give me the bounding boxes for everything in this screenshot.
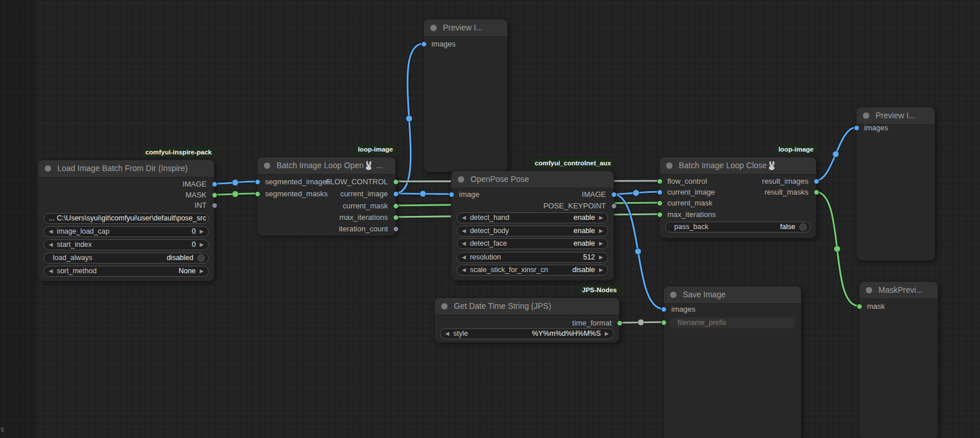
widget-sort_method[interactable]: ◀sort_methodNone▶ xyxy=(44,266,209,277)
output-port-POSE_KEYPOINT[interactable] xyxy=(611,203,617,209)
wire-midpoint-dot-8[interactable] xyxy=(635,249,641,255)
decrement-arrow-icon[interactable]: ◀ xyxy=(462,228,466,234)
decrement-arrow-icon[interactable]: ◀ xyxy=(462,215,466,220)
node-save-image[interactable]: Save Imageimagesfilename_prefix xyxy=(663,286,802,438)
widget-resolution[interactable]: ◀resolution512▶ xyxy=(457,252,608,263)
decrement-arrow-icon[interactable]: ◀ xyxy=(462,241,466,246)
increment-arrow-icon[interactable]: ▶ xyxy=(599,268,603,273)
node-preview-image-top[interactable]: Preview I...images xyxy=(423,19,508,172)
input-port-flow_control[interactable] xyxy=(657,179,663,184)
node-titlebar-preview-image-top[interactable]: Preview I... xyxy=(424,20,507,37)
decrement-arrow-icon[interactable]: ◀ xyxy=(462,255,466,260)
input-port-images[interactable] xyxy=(854,125,860,131)
widget-scale_stick_for_xinsr_cn[interactable]: ◀scale_stick_for_xinsr_cndisable▶ xyxy=(457,265,608,276)
node-mask-preview[interactable]: MaskPrevi...mask xyxy=(859,281,938,438)
wire-midpoint-dot-3[interactable] xyxy=(406,115,413,122)
collapse-dot-icon[interactable] xyxy=(441,303,448,309)
widget-image_load_cap[interactable]: ◀image_load_cap0▶ xyxy=(44,226,209,237)
collapse-dot-icon[interactable] xyxy=(866,287,872,293)
decrement-arrow-icon[interactable]: ◀ xyxy=(49,242,53,247)
widget-value: None xyxy=(178,267,196,275)
output-port-max_iterations[interactable] xyxy=(393,215,399,220)
wire-midpoint-dot-11[interactable] xyxy=(834,246,841,252)
output-label-current_image: current_image xyxy=(340,189,388,198)
output-port-FLOW_CONTROL[interactable] xyxy=(393,179,399,185)
widget-detect_face[interactable]: ◀detect_faceenable▶ xyxy=(457,238,608,249)
collapse-dot-icon[interactable] xyxy=(863,113,869,119)
input-port-segmented_masks[interactable] xyxy=(255,191,260,197)
increment-arrow-icon[interactable]: ▶ xyxy=(200,269,204,274)
output-port-current_mask[interactable] xyxy=(393,203,399,209)
node-openpose-pose[interactable]: comfyui_controlnet_auxOpenPose Poseimage… xyxy=(451,170,614,281)
node-titlebar-openpose-pose[interactable]: OpenPose Pose xyxy=(452,171,613,188)
output-port-result_masks[interactable] xyxy=(814,189,819,195)
increment-arrow-icon[interactable]: ▶ xyxy=(605,331,609,336)
node-titlebar-save-image[interactable]: Save Image xyxy=(664,286,801,304)
output-port-iteration_count[interactable] xyxy=(393,226,399,232)
increment-arrow-icon[interactable]: ▶ xyxy=(599,241,603,246)
increment-arrow-icon[interactable]: ▶ xyxy=(599,255,603,260)
input-port-max_iterations[interactable] xyxy=(657,212,663,218)
wire-midpoint-dot-0[interactable] xyxy=(232,180,239,186)
decrement-arrow-icon[interactable]: ◀ xyxy=(445,331,449,336)
widget-label: pass_back xyxy=(674,223,709,231)
collapse-dot-icon[interactable] xyxy=(458,176,464,183)
input-port-segmented_images[interactable] xyxy=(255,179,260,185)
output-port-MASK[interactable] xyxy=(212,192,217,198)
widget-pass_back[interactable]: pass_backfalse xyxy=(665,222,811,232)
input-port-images[interactable] xyxy=(661,307,667,312)
widget-value[interactable]: ... C:\Users\syui\git\comfyui\user\defau… xyxy=(44,213,209,224)
widget-detect_body[interactable]: ◀detect_bodyenable▶ xyxy=(457,226,608,237)
node-titlebar-mask-preview[interactable]: MaskPrevi... xyxy=(860,282,938,299)
wire-midpoint-dot-9[interactable] xyxy=(638,319,644,325)
decrement-arrow-icon[interactable]: ◀ xyxy=(462,268,466,273)
decrement-arrow-icon[interactable]: ◀ xyxy=(49,269,53,274)
node-batch-image-loop-open[interactable]: loop-imageBatch Image Loop Open🐰 ...segm… xyxy=(257,157,396,236)
increment-arrow-icon[interactable]: ▶ xyxy=(200,229,204,234)
widget-filename_prefix[interactable]: filename_prefix xyxy=(669,317,796,328)
collapse-dot-icon[interactable] xyxy=(45,165,51,172)
output-port-INT[interactable] xyxy=(212,203,217,208)
widget-start_index[interactable]: ◀start_index0▶ xyxy=(44,239,209,250)
collapse-dot-icon[interactable] xyxy=(430,25,437,31)
node-get-date-time-string[interactable]: JPS-NodesGet Date Time String (JPS)time_… xyxy=(434,297,620,343)
wire-midpoint-dot-2[interactable] xyxy=(420,191,426,197)
output-port-current_image[interactable] xyxy=(393,191,399,197)
node-title-text: Get Date Time String (JPS) xyxy=(454,301,551,311)
input-port-current_mask[interactable] xyxy=(657,200,663,206)
node-titlebar-load-image-batch[interactable]: Load Image Batch From Dir (Inspire) xyxy=(38,160,214,177)
input-port-current_image[interactable] xyxy=(657,189,663,195)
input-port-filename_prefix[interactable] xyxy=(661,320,667,325)
node-titlebar-batch-image-loop-close[interactable]: Batch Image Loop Close🐰 xyxy=(660,157,816,175)
output-port-IMAGE[interactable] xyxy=(611,192,617,197)
input-port-image[interactable] xyxy=(449,192,454,197)
output-port-IMAGE[interactable] xyxy=(212,181,217,187)
decrement-arrow-icon[interactable]: ◀ xyxy=(49,229,53,234)
increment-arrow-icon[interactable]: ▶ xyxy=(599,215,603,220)
collapse-dot-icon[interactable] xyxy=(666,162,672,169)
toggle-circle-icon[interactable] xyxy=(799,223,807,231)
widget-value: enable xyxy=(574,214,596,222)
wire-midpoint-dot-10[interactable] xyxy=(833,151,839,157)
graph-canvas[interactable]: comfyui-inspire-packLoad Image Batch Fro… xyxy=(0,0,980,438)
input-port-mask[interactable] xyxy=(857,304,862,309)
wire-midpoint-dot-1[interactable] xyxy=(232,191,239,197)
widget-load_always[interactable]: load_alwaysdisabled xyxy=(44,253,209,263)
increment-arrow-icon[interactable]: ▶ xyxy=(200,242,204,247)
node-titlebar-get-date-time-string[interactable]: Get Date Time String (JPS) xyxy=(435,298,619,315)
node-load-image-batch[interactable]: comfyui-inspire-packLoad Image Batch Fro… xyxy=(38,160,215,281)
node-titlebar-batch-image-loop-open[interactable]: Batch Image Loop Open🐰 ... xyxy=(258,157,395,175)
node-batch-image-loop-close[interactable]: loop-imageBatch Image Loop Close🐰flow_co… xyxy=(659,157,816,238)
widget-detect_hand[interactable]: ◀detect_handenable▶ xyxy=(457,212,608,223)
toggle-circle-icon[interactable] xyxy=(197,254,205,262)
collapse-dot-icon[interactable] xyxy=(264,162,270,169)
collapse-dot-icon[interactable] xyxy=(670,292,676,298)
increment-arrow-icon[interactable]: ▶ xyxy=(599,228,603,234)
widget-style[interactable]: ◀style%Y%m%d%H%M%S▶ xyxy=(440,328,614,339)
output-port-result_images[interactable] xyxy=(814,179,819,184)
input-port-images[interactable] xyxy=(421,41,427,47)
wire-midpoint-dot-7[interactable] xyxy=(633,190,639,196)
output-port-time_format[interactable] xyxy=(617,320,623,326)
node-titlebar-preview-image-right[interactable]: Preview I... xyxy=(857,107,935,125)
node-preview-image-right[interactable]: Preview I...images xyxy=(856,107,935,261)
